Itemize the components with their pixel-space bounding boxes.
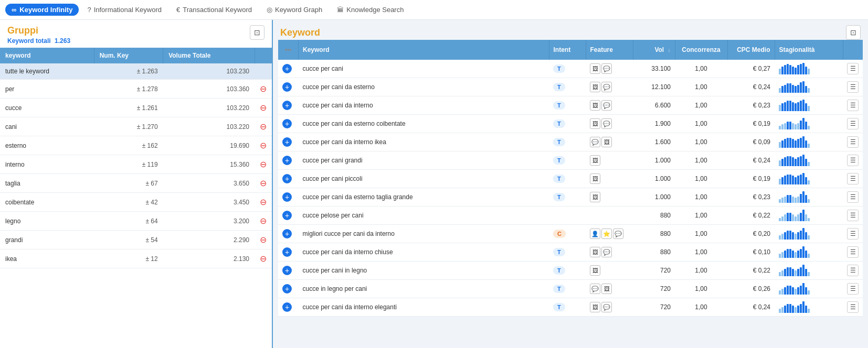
right-col-feature[interactable]: Feature	[586, 40, 633, 60]
season-bar-col	[797, 214, 799, 221]
remove-group-button[interactable]: ⊖	[260, 140, 267, 150]
add-keyword-button[interactable]: +	[282, 192, 292, 202]
row-menu-button[interactable]: ☰	[847, 301, 859, 313]
season-bar	[779, 228, 839, 240]
intent-badge: T	[553, 303, 565, 311]
left-col-numkey[interactable]: Num. Key	[94, 48, 163, 63]
right-col-conc[interactable]: Concorrenza	[675, 40, 727, 60]
row-menu-button[interactable]: ☰	[847, 81, 859, 93]
season-bar	[779, 265, 839, 276]
row-menu-button[interactable]: ☰	[847, 136, 859, 148]
row-menu-button[interactable]: ☰	[847, 63, 859, 74]
add-keyword-button[interactable]: +	[282, 174, 292, 183]
season-bar-col	[792, 102, 794, 111]
remove-group-button[interactable]: ⊖	[260, 122, 267, 132]
season-bar-col	[805, 306, 807, 313]
left-table-body: tutte le keyword± 1.263103.230per± 1.278…	[0, 63, 272, 268]
row-menu-button[interactable]: ☰	[847, 191, 859, 203]
nav-graph[interactable]: ◎ Keyword Graph	[260, 4, 329, 16]
right-col-intent[interactable]: Intent	[549, 40, 586, 60]
add-keyword-button[interactable]: +	[282, 211, 292, 220]
season-bar-col	[781, 307, 784, 313]
add-keyword-button[interactable]: +	[282, 229, 292, 238]
row-menu-button[interactable]: ☰	[847, 283, 859, 295]
left-table-row[interactable]: taglia± 673.650⊖	[0, 174, 272, 193]
remove-group-button[interactable]: ⊖	[260, 197, 267, 207]
right-table-wrap[interactable]: ••• Keyword Intent Feature Vol ↓ Concorr…	[273, 40, 868, 348]
left-action-cell: ⊖	[255, 231, 272, 249]
left-table-row[interactable]: coibentate± 423.450⊖	[0, 193, 272, 212]
add-keyword-button[interactable]: +	[282, 284, 292, 293]
concorrenza-cell: 1,00	[675, 243, 727, 262]
left-table-row[interactable]: legno± 643.200⊖	[0, 212, 272, 231]
remove-group-button[interactable]: ⊖	[260, 159, 267, 169]
remove-group-button[interactable]: ⊖	[260, 178, 267, 188]
right-table-row: +migliori cucce per cani da internoC👤⭐💬8…	[278, 225, 863, 243]
left-table-row[interactable]: interno± 11915.360⊖	[0, 155, 272, 174]
add-keyword-button[interactable]: +	[282, 82, 292, 92]
dots-icon[interactable]: •••	[282, 44, 294, 56]
chat-feature-icon: 💬	[601, 302, 612, 312]
add-keyword-button[interactable]: +	[282, 64, 292, 73]
remove-group-button[interactable]: ⊖	[260, 235, 267, 245]
left-table-row[interactable]: grandi± 542.290⊖	[0, 231, 272, 249]
right-col-season[interactable]: Stagionalità	[775, 40, 843, 60]
intent-cell: T	[549, 243, 586, 262]
add-keyword-button[interactable]: +	[282, 137, 292, 147]
nav-brand[interactable]: ∞ Keyword Infinity	[5, 4, 79, 16]
left-table-row[interactable]: ikea± 122.130⊖	[0, 249, 272, 268]
left-action-cell: ⊖	[255, 212, 272, 231]
right-col-vol[interactable]: Vol ↓	[633, 40, 675, 60]
season-bar-col	[795, 103, 797, 111]
concorrenza-cell: 1,00	[675, 298, 727, 317]
season-bar-col	[800, 286, 802, 295]
right-col-cpc[interactable]: CPC Medio	[727, 40, 775, 60]
add-keyword-button[interactable]: +	[282, 247, 292, 257]
season-bar-col	[789, 213, 791, 221]
left-table-row[interactable]: esterno± 16219.690⊖	[0, 136, 272, 155]
season-cell	[775, 206, 843, 225]
feature-cell: 🖼💬	[586, 298, 633, 317]
remove-group-button[interactable]: ⊖	[260, 216, 267, 226]
add-keyword-button[interactable]: +	[282, 119, 292, 128]
row-menu-button[interactable]: ☰	[847, 246, 859, 258]
remove-group-button[interactable]: ⊖	[260, 103, 267, 113]
remove-group-button[interactable]: ⊖	[260, 84, 267, 94]
nav-knowledge[interactable]: 🏛 Knowledge Search	[331, 4, 410, 16]
left-vol-cell: 103.360	[163, 80, 255, 99]
remove-group-button[interactable]: ⊖	[260, 254, 267, 264]
season-bar-col	[802, 283, 805, 295]
season-bar-col	[797, 306, 799, 313]
add-keyword-button[interactable]: +	[282, 156, 292, 165]
nav-transactional[interactable]: € Transactional Keyword	[170, 4, 258, 16]
left-expand-button[interactable]: ⊡	[250, 25, 264, 40]
season-bar-col	[792, 251, 794, 258]
intent-badge: T	[553, 266, 565, 275]
row-menu-button[interactable]: ☰	[847, 210, 859, 221]
add-keyword-button[interactable]: +	[282, 101, 292, 110]
row-menu-button[interactable]: ☰	[847, 173, 859, 184]
row-menu-button[interactable]: ☰	[847, 118, 859, 129]
row-menu-button[interactable]: ☰	[847, 100, 859, 111]
left-table-row[interactable]: tutte le keyword± 1.263103.230	[0, 63, 272, 80]
left-table-row[interactable]: per± 1.278103.360⊖	[0, 80, 272, 99]
add-keyword-button[interactable]: +	[282, 302, 292, 312]
right-col-menu	[843, 40, 863, 60]
add-keyword-button[interactable]: +	[282, 266, 292, 275]
right-expand-button[interactable]: ⊡	[846, 25, 861, 40]
right-col-keyword[interactable]: Keyword	[299, 40, 549, 60]
vol-cell: 720	[633, 262, 675, 280]
left-numkey-cell: ± 54	[94, 231, 163, 249]
left-table-row[interactable]: cucce± 1.261103.220⊖	[0, 99, 272, 117]
row-menu-button[interactable]: ☰	[847, 228, 859, 240]
left-table-wrap[interactable]: keyword Num. Key Volume Totale tutte le …	[0, 48, 272, 348]
transactional-icon: €	[176, 6, 180, 14]
left-numkey-cell: ± 1.263	[94, 63, 163, 80]
left-col-voltotale[interactable]: Volume Totale	[163, 48, 255, 63]
season-bar-col	[784, 176, 786, 184]
nav-informational[interactable]: ? Informational Keyword	[81, 4, 168, 16]
row-menu-button[interactable]: ☰	[847, 155, 859, 166]
season-bar-col	[787, 267, 789, 276]
row-menu-button[interactable]: ☰	[847, 265, 859, 276]
left-table-row[interactable]: cani± 1.270103.220⊖	[0, 117, 272, 136]
